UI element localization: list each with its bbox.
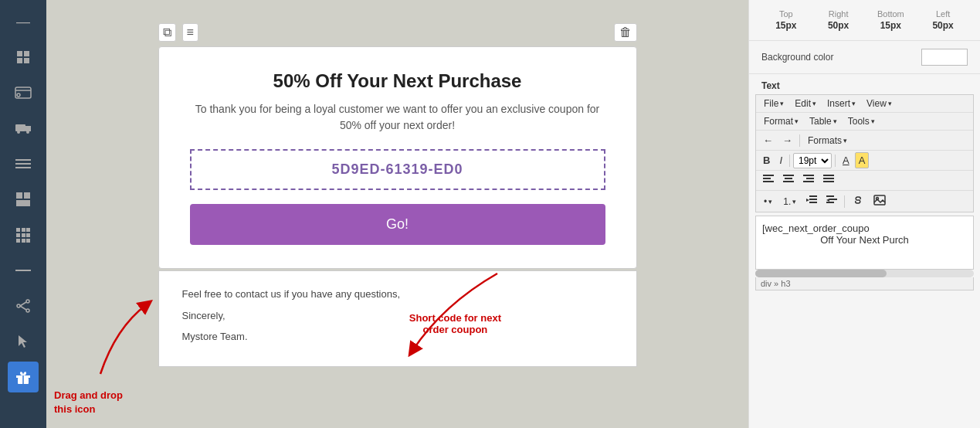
delete-block-button[interactable]: 🗑 bbox=[614, 23, 637, 42]
spacing-section: Top 15px Right 50px Bottom 15px Left 50p… bbox=[749, 0, 980, 41]
truck-icon[interactable] bbox=[8, 113, 39, 144]
spacing-left: Left 50px bbox=[918, 9, 968, 31]
text-section-label: Text bbox=[749, 74, 980, 94]
svg-rect-46 bbox=[823, 181, 834, 182]
gift-icon[interactable] bbox=[8, 362, 39, 392]
svg-rect-37 bbox=[763, 181, 774, 182]
text-editor-toolbar: File ▾ Edit ▾ Insert ▾ View ▾ bbox=[755, 94, 974, 212]
svg-rect-40 bbox=[783, 181, 794, 182]
blocks-icon[interactable] bbox=[8, 184, 39, 215]
editor-status-bar: div » h3 bbox=[755, 277, 974, 290]
svg-marker-52 bbox=[826, 199, 829, 202]
tools-menu-button[interactable]: Tools ▾ bbox=[843, 114, 880, 128]
svg-rect-47 bbox=[809, 195, 817, 197]
svg-rect-42 bbox=[806, 178, 814, 179]
bullet-list-button[interactable]: • ▾ bbox=[759, 195, 777, 209]
background-color-label: Background color bbox=[761, 52, 912, 63]
svg-rect-45 bbox=[823, 178, 834, 179]
lines-icon[interactable] bbox=[8, 148, 39, 179]
toolbar-row-6: • ▾ 1. ▾ bbox=[756, 191, 973, 212]
share-icon[interactable] bbox=[8, 290, 39, 321]
copy-block-button[interactable]: ⧉ bbox=[158, 23, 176, 42]
spacing-left-value[interactable]: 50px bbox=[932, 20, 953, 31]
background-color-swatch[interactable] bbox=[921, 49, 968, 66]
separator bbox=[835, 155, 836, 167]
svg-rect-26 bbox=[15, 270, 31, 271]
align-left-button[interactable] bbox=[759, 172, 778, 189]
italic-button[interactable]: I bbox=[775, 152, 786, 168]
align-justify-button[interactable] bbox=[819, 172, 838, 189]
formats-menu-button[interactable]: Formats ▾ bbox=[803, 134, 852, 148]
svg-rect-19 bbox=[26, 228, 30, 232]
align-right-button[interactable] bbox=[799, 172, 818, 189]
spacing-bottom-label: Bottom bbox=[877, 9, 904, 19]
apps-icon[interactable] bbox=[8, 219, 39, 250]
separator bbox=[844, 195, 845, 208]
toolbar-row-4: B I 19pt 12pt 14pt 18pt 24pt A A bbox=[756, 151, 973, 171]
toolbar-row-2: Format ▾ Table ▾ Tools ▾ bbox=[756, 113, 973, 131]
font-size-select[interactable]: 19pt 12pt 14pt 18pt 24pt bbox=[793, 153, 832, 168]
view-menu-button[interactable]: View ▾ bbox=[862, 97, 897, 110]
svg-point-9 bbox=[17, 131, 20, 134]
coupon-go-button[interactable]: Go! bbox=[190, 204, 605, 245]
indent-button[interactable] bbox=[822, 193, 841, 209]
block-menu-button[interactable]: ≡ bbox=[182, 23, 198, 42]
image-insert-button[interactable] bbox=[870, 192, 890, 210]
editor-line1: [wec_next_order_coupo bbox=[762, 222, 967, 234]
spacing-right-value[interactable]: 50px bbox=[828, 20, 849, 31]
dash-icon[interactable] bbox=[8, 255, 39, 286]
svg-rect-49 bbox=[809, 199, 817, 200]
file-menu-button[interactable]: File ▾ bbox=[759, 97, 788, 110]
spacing-right: Right 50px bbox=[814, 9, 863, 31]
svg-rect-22 bbox=[26, 233, 30, 237]
link-button[interactable] bbox=[848, 193, 868, 209]
toolbar-row-3: ← → Formats ▾ bbox=[756, 131, 973, 151]
background-color-section: Background color bbox=[749, 41, 980, 74]
toolbar-row-1: File ▾ Edit ▾ Insert ▾ View ▾ bbox=[756, 95, 973, 113]
redo-button[interactable]: → bbox=[778, 132, 796, 148]
minus-icon[interactable]: — bbox=[8, 6, 39, 37]
svg-rect-50 bbox=[809, 202, 817, 203]
font-color-button[interactable]: A bbox=[839, 152, 853, 168]
svg-rect-38 bbox=[783, 175, 794, 176]
editor-path: div » h3 bbox=[761, 279, 791, 288]
svg-rect-35 bbox=[763, 175, 774, 176]
separator bbox=[799, 134, 800, 147]
card-icon[interactable] bbox=[8, 77, 39, 108]
spacing-top-label: Top bbox=[779, 9, 793, 19]
svg-rect-44 bbox=[823, 175, 834, 176]
svg-line-31 bbox=[20, 306, 26, 310]
align-center-button[interactable] bbox=[779, 172, 798, 189]
spacing-bottom-value[interactable]: 15px bbox=[880, 20, 901, 31]
canvas-area: ⧉ ≡ 🗑 50% Off Your Next Purchase To than… bbox=[46, 0, 748, 428]
edit-menu-button[interactable]: Edit ▾ bbox=[790, 97, 821, 110]
cursor-icon[interactable] bbox=[8, 326, 39, 357]
svg-rect-23 bbox=[16, 239, 20, 243]
svg-point-29 bbox=[17, 304, 20, 307]
panel-scroll: Top 15px Right 50px Bottom 15px Left 50p… bbox=[749, 0, 980, 428]
format-menu-button[interactable]: Format ▾ bbox=[759, 114, 803, 128]
svg-rect-3 bbox=[24, 58, 29, 63]
undo-button[interactable]: ← bbox=[759, 132, 777, 148]
numbered-list-button[interactable]: 1. ▾ bbox=[778, 195, 801, 209]
spacing-top-value[interactable]: 15px bbox=[775, 20, 796, 31]
font-highlight-button[interactable]: A bbox=[855, 152, 870, 168]
svg-rect-39 bbox=[785, 178, 792, 179]
spacing-left-label: Left bbox=[936, 9, 950, 19]
svg-rect-53 bbox=[829, 199, 837, 200]
editor-content-area[interactable]: [wec_next_order_coupo Off Your Next Purc… bbox=[755, 216, 974, 270]
editor-scrollbar[interactable] bbox=[755, 270, 974, 277]
svg-rect-17 bbox=[16, 228, 20, 232]
block-toolbar: ⧉ ≡ bbox=[158, 23, 198, 42]
svg-rect-2 bbox=[17, 58, 22, 63]
coupon-email-block: 50% Off Your Next Purchase To thank you … bbox=[158, 46, 637, 269]
outdent-button[interactable] bbox=[802, 193, 821, 209]
table-menu-button[interactable]: Table ▾ bbox=[805, 114, 842, 128]
svg-rect-13 bbox=[15, 167, 31, 168]
svg-rect-0 bbox=[17, 51, 22, 56]
svg-rect-7 bbox=[15, 124, 25, 131]
insert-menu-button[interactable]: Insert ▾ bbox=[822, 97, 860, 110]
grid-icon[interactable] bbox=[8, 42, 39, 73]
svg-rect-51 bbox=[826, 195, 834, 197]
bold-button[interactable]: B bbox=[759, 152, 774, 168]
